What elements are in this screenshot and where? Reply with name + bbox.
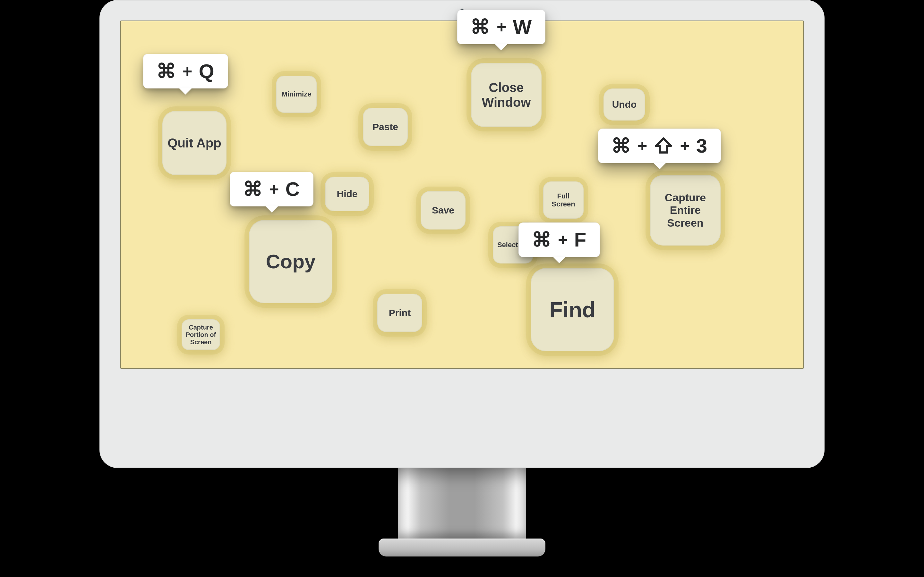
card-save[interactable]: Save xyxy=(421,191,465,229)
shortcut-bubble-copy: ⌘ + C xyxy=(230,172,313,206)
card-quit-app[interactable]: Quit App xyxy=(162,111,226,175)
plus-icon: + xyxy=(269,181,279,197)
card-label: Full Screen xyxy=(546,192,581,208)
plus-icon: + xyxy=(183,63,192,79)
shortcut-key: F xyxy=(574,230,587,250)
card-label: Print xyxy=(389,308,411,319)
card-label: Minimize xyxy=(282,90,312,98)
command-icon: ⌘ xyxy=(531,230,551,250)
command-icon: ⌘ xyxy=(611,136,631,156)
card-close-window[interactable]: Close Window xyxy=(471,63,541,127)
shortcut-key: C xyxy=(285,179,300,199)
shortcut-bubble-find: ⌘ + F xyxy=(519,222,600,257)
plus-icon: + xyxy=(558,231,567,248)
card-paste[interactable]: Paste xyxy=(363,108,408,146)
card-label: Quit App xyxy=(168,135,221,150)
shortcut-bubble-quit-app: ⌘ + Q xyxy=(143,54,228,89)
shortcut-key: W xyxy=(513,17,532,37)
shortcut-bubble-close-window: ⌘ + W xyxy=(457,10,545,44)
card-label: Find xyxy=(549,297,596,322)
card-label: Copy xyxy=(266,250,316,273)
shift-icon xyxy=(654,136,674,156)
card-label: Save xyxy=(432,205,454,216)
card-undo[interactable]: Undo xyxy=(604,89,645,121)
shortcut-key: Q xyxy=(199,61,215,81)
card-print[interactable]: Print xyxy=(377,293,422,332)
shortcut-key: 3 xyxy=(696,136,708,156)
monitor-stand-neck xyxy=(398,468,526,538)
plus-icon: + xyxy=(680,137,690,154)
shortcut-bubble-capture-entire-screen: ⌘ + + 3 xyxy=(598,129,721,163)
card-full-screen[interactable]: Full Screen xyxy=(543,181,583,219)
plus-icon: + xyxy=(497,19,506,35)
card-label: Hide xyxy=(336,189,357,200)
command-icon: ⌘ xyxy=(470,17,490,37)
card-label: Paste xyxy=(373,121,398,133)
card-minimize[interactable]: Minimize xyxy=(276,76,317,113)
card-label: Close Window xyxy=(473,80,539,110)
card-capture-portion-screen[interactable]: Capture Portion of Screen xyxy=(182,319,220,350)
card-find[interactable]: Find xyxy=(531,268,614,351)
plus-icon: + xyxy=(638,137,647,154)
card-hide[interactable]: Hide xyxy=(325,177,369,211)
command-icon: ⌘ xyxy=(243,179,263,199)
command-icon: ⌘ xyxy=(156,61,176,81)
card-copy[interactable]: Copy xyxy=(249,220,333,303)
card-label: Capture Portion of Screen xyxy=(184,324,218,346)
card-capture-entire-screen[interactable]: Capture Entire Screen xyxy=(650,175,720,245)
card-label: Capture Entire Screen xyxy=(653,191,718,229)
card-label: Undo xyxy=(612,99,637,110)
monitor-stand-foot xyxy=(379,538,545,556)
